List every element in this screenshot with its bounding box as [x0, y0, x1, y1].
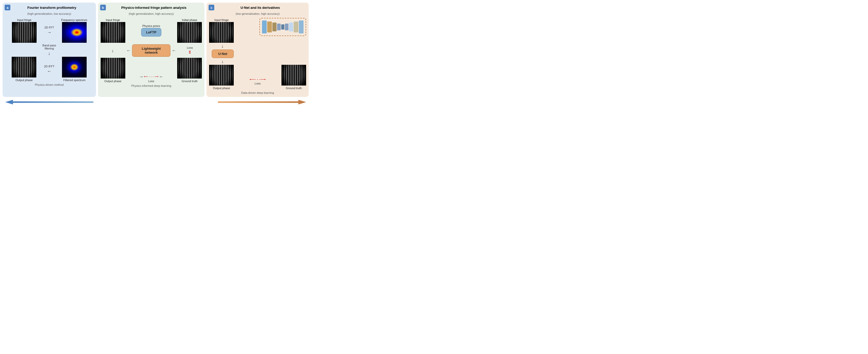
panel-b-title: Physics-informed fringe pattern analysis: [106, 6, 202, 10]
panel-c-down-arrow1: ↓: [221, 44, 306, 48]
panel-c-gt-img: [281, 65, 306, 85]
panel-a-footer: Physics-driven method: [5, 83, 93, 86]
panel-b-footer: Physics-informed deep learning: [101, 84, 202, 87]
panel-a-bandpass-arrow: ↓: [48, 51, 50, 56]
panel-b-output-col: Output phase: [101, 58, 125, 83]
panel-a-spectrum-col: Frequency spectrum: [61, 18, 87, 43]
panel-b-loss-arrows-row: → ⟵ - - - ⟶ ←: [139, 74, 163, 79]
panel-a-filtered-img: [62, 57, 87, 77]
panel-b-initial-label: Initial phase: [182, 19, 197, 22]
unet-block-dec1: [299, 21, 304, 33]
panel-a-filtered-col: Filtered spectrum: [62, 57, 87, 82]
unet-block-enc2: [267, 22, 272, 32]
panel-b-down-arrow-left: ↓: [101, 48, 125, 53]
panel-a-bottom-row: Output phase 2D IFFT ← Filtered spectrum: [5, 57, 93, 82]
panel-c-output-img: [209, 65, 234, 85]
unet-block-enc1: [262, 21, 267, 33]
panel-b-gt-img: [177, 58, 202, 78]
unet-block-bottleneck: [281, 24, 284, 30]
panel-b-gt-col: Ground truth: [177, 58, 202, 83]
panel-c-red-dashed-arrows: ⟵- - -⟶: [250, 77, 266, 81]
panel-c-loss-label: Loss: [255, 82, 261, 85]
panel-a-label: a: [5, 5, 10, 10]
panel-c-gt-label: Ground truth: [286, 86, 302, 90]
panel-a-output-col: Output phase: [12, 57, 36, 82]
panel-c-gt-col: Ground truth: [281, 65, 306, 90]
panel-b-initial-col: Initial phase: [177, 18, 202, 43]
panel-c-footer: Data-driven deep learning: [209, 91, 306, 94]
panel-b-loss-bottom: → ⟵ - - - ⟶ ← Loss: [139, 74, 163, 83]
panel-b-leftp-box: LeFTP: [141, 28, 161, 37]
panel-a-spectrum-label: Frequency spectrum: [61, 19, 87, 22]
panel-b-loss-bot-label: Loss: [148, 79, 154, 83]
panel-a-bandpass: Band-pass filtering ↓: [42, 44, 56, 56]
panel-b-gt-label: Ground truth: [182, 79, 198, 83]
big-arrow-left-svg: [5, 99, 93, 106]
panel-c-input-col: Input fringe: [209, 18, 234, 43]
panel-a-output-label: Output phase: [16, 78, 33, 82]
panel-a-fft-arrow: 2D FFT →: [44, 26, 54, 35]
panel-b-loss-top-label: Loss: [187, 46, 193, 49]
panel-c: c U-Net and its derivatives (low general…: [207, 3, 309, 97]
panel-c-output-label: Output phase: [213, 86, 230, 90]
panel-a-title: Fourier transform profilometry: [10, 6, 93, 10]
panel-c-bottom-row: Output phase ⟵- - -⟶ Loss Ground truth: [209, 65, 306, 90]
panel-b-network-box: Lightweight network: [132, 44, 170, 57]
panel-c-title: U-Net and its derivatives: [214, 6, 306, 10]
unet-block-dec2: [293, 22, 298, 32]
panel-c-input-label: Input fringe: [214, 19, 228, 22]
panel-a-spectrum-img: [62, 22, 87, 43]
panel-c-output-col: Output phase: [209, 65, 234, 90]
panel-b-initial-img: [177, 22, 202, 43]
panel-a-bandpass-label: Band-pass filtering: [42, 44, 56, 50]
panel-a: a Fourier transform profilometry (high g…: [3, 3, 96, 97]
panel-c-unet-row: U-Net: [212, 49, 306, 58]
panel-b-loss-top-col: Loss ⇕: [178, 46, 202, 55]
panel-a-fft-arrow-icon: →: [47, 30, 52, 35]
panel-b-network-arrows: ← Lightweight network ←: [126, 44, 176, 57]
panel-a-fft-label: 2D FFT: [44, 26, 54, 29]
unet-block-enc4: [277, 24, 281, 30]
panel-b-label: b: [100, 5, 106, 10]
panel-b-input-img: [101, 22, 125, 43]
svg-marker-0: [5, 100, 93, 104]
panel-b-output-label: Output phase: [104, 79, 121, 83]
panel-c-input-img: [209, 22, 234, 43]
panel-c-loss-arrows: ⟵- - -⟶: [250, 77, 266, 81]
panel-a-subtitle: (high generalization, low accuracy): [5, 12, 93, 15]
panel-a-ifft-label: 2D IFFT: [44, 65, 55, 68]
panel-a-input-fringe-img: [12, 22, 37, 43]
panel-b-physics-priors-label: Physics priors: [143, 24, 160, 28]
panel-b-input-label: Input fringe: [106, 19, 120, 22]
panel-b-red-dashed-down: ⇕: [188, 50, 191, 55]
panel-b-network-section: ← Lightweight network ←: [126, 44, 176, 57]
panel-a-input-fringe-col: Input fringe: [12, 18, 37, 43]
panel-c-unet-diagram-box: [259, 18, 306, 36]
panel-a-input-fringe-label: Input fringe: [17, 19, 31, 22]
panel-c-subtitle: (low generalization, high accuracy): [209, 12, 306, 15]
big-right-arrow: [156, 99, 306, 106]
panel-b-input-col: Input fringe: [101, 18, 125, 43]
panel-c-loss-section: ⟵- - -⟶ Loss: [250, 77, 266, 85]
big-left-arrow: [5, 99, 156, 106]
unet-block-enc3: [272, 23, 277, 31]
panel-b-output-img: [101, 58, 125, 78]
panel-c-label: c: [209, 5, 214, 10]
big-arrow-right-svg: [218, 99, 306, 106]
panel-a-ifft-arrow: 2D IFFT ←: [44, 65, 55, 74]
panel-b-center-top: Physics priors LeFTP: [141, 24, 161, 37]
panel-a-filtered-label: Filtered spectrum: [63, 78, 85, 82]
svg-marker-1: [218, 100, 306, 104]
panel-c-unet-box: U-Net: [212, 49, 234, 58]
panel-a-output-img: [12, 57, 36, 77]
unet-block-dec4: [285, 24, 288, 30]
panel-b-dashed-arrows: ⟵ - - - ⟶: [144, 75, 158, 78]
unet-block-dec3: [289, 23, 293, 31]
panel-c-down-arrow2: ↓: [221, 59, 306, 64]
panel-c-unet-blocks: [261, 20, 305, 34]
panel-a-ifft-arrow-icon: ←: [47, 69, 52, 74]
panel-b-subtitle: (high generalization, high accuracy): [101, 12, 202, 15]
panel-b: b Physics-informed fringe pattern analys…: [98, 3, 205, 97]
